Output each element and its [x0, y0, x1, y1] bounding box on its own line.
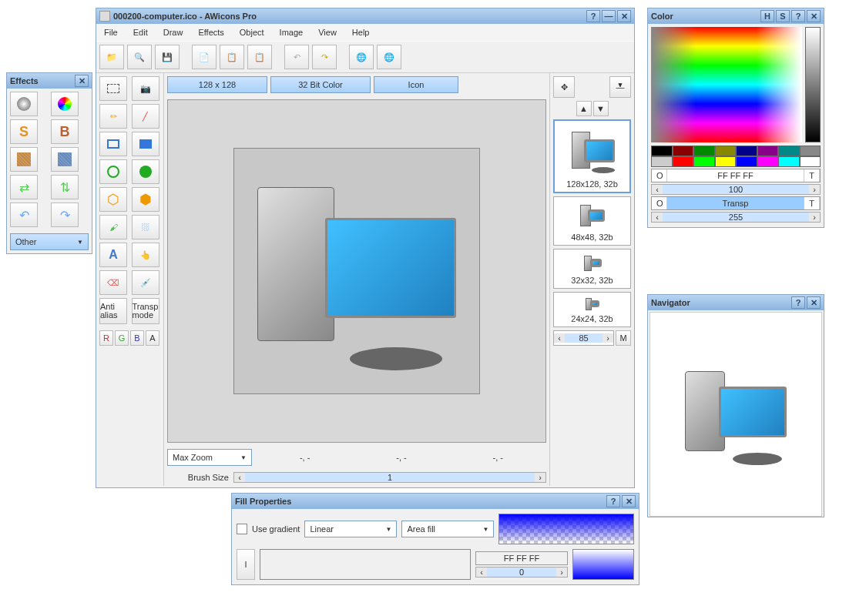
menu-view[interactable]: View	[312, 25, 343, 39]
camera-tool-icon[interactable]: 📷	[132, 76, 159, 101]
fill-mode-dropdown[interactable]: Area fill▼	[401, 521, 494, 537]
alpha-slider[interactable]: ‹255›	[651, 212, 821, 223]
fill-i-button[interactable]: I	[237, 549, 255, 580]
color-t1[interactable]: T	[804, 169, 820, 182]
color-panel: Color H S ? ✕ OFF FF FFT ‹100› OTranspT …	[647, 8, 824, 228]
effect-texture2-icon[interactable]	[51, 147, 79, 172]
channel-a[interactable]: A	[146, 330, 159, 346]
nav-close-icon[interactable]: ✕	[807, 296, 821, 309]
channel-r[interactable]: R	[99, 330, 113, 346]
hex-tool-icon[interactable]: ⬡	[99, 187, 127, 212]
pencil-tool-icon[interactable]: ✏	[99, 104, 127, 129]
menu-edit[interactable]: Edit	[127, 25, 154, 39]
effect-rotate-right-icon[interactable]: ↷	[51, 203, 79, 227]
color-value-strip[interactable]	[805, 27, 821, 142]
nav-title: Navigator	[651, 298, 690, 307]
move-icon[interactable]: ✥	[553, 76, 575, 98]
color-o2[interactable]: O	[652, 197, 667, 209]
preview-m-button[interactable]: M	[616, 330, 631, 346]
size-dropdown[interactable]: 128 x 128▼	[167, 76, 267, 93]
fill-close-icon[interactable]: ✕	[622, 495, 636, 507]
eyedropper-tool-icon[interactable]: 💉	[132, 270, 159, 295]
paste-icon[interactable]: 📋	[220, 45, 244, 69]
color-help-button[interactable]: ?	[791, 10, 805, 22]
menu-file[interactable]: File	[98, 25, 124, 39]
effect-flip-h-icon[interactable]: ⇄	[10, 175, 38, 199]
thumb-48[interactable]: 48x48, 32b	[553, 196, 631, 246]
menu-draw[interactable]: Draw	[157, 25, 190, 39]
minimize-button[interactable]: —	[602, 10, 616, 22]
color-transp-row: OTranspT	[651, 196, 821, 210]
circle-tool-icon[interactable]	[99, 159, 127, 184]
web-icon[interactable]: 🌐	[377, 45, 401, 69]
size-up-icon[interactable]: ▲	[576, 101, 592, 116]
effect-grayscale-icon[interactable]	[10, 92, 38, 116]
color-transp[interactable]: Transp	[667, 197, 804, 209]
color-o1[interactable]: O	[652, 169, 667, 182]
rect-tool-icon[interactable]	[99, 132, 127, 156]
transp-mode-toggle[interactable]: Transp mode	[132, 298, 159, 324]
menu-object[interactable]: Object	[233, 25, 270, 39]
thumb-128[interactable]: 128x128, 32b	[553, 119, 631, 193]
thumb-24[interactable]: 24x24, 32b	[553, 292, 631, 327]
opacity-slider[interactable]: ‹100›	[651, 184, 821, 195]
export-icon[interactable]: 🌐	[349, 45, 374, 69]
colordepth-dropdown[interactable]: 32 Bit Color▼	[270, 76, 371, 93]
new-paste-icon[interactable]: 📋	[247, 45, 272, 69]
search-icon[interactable]: 🔍	[127, 45, 152, 69]
color-h-button[interactable]: H	[760, 10, 774, 22]
preview-slider[interactable]: ‹85›	[553, 330, 614, 346]
rect-fill-tool-icon[interactable]	[132, 132, 159, 156]
circle-fill-tool-icon[interactable]	[132, 159, 159, 184]
effect-rainbow-icon[interactable]	[51, 92, 79, 116]
gradient-type-dropdown[interactable]: Linear▼	[304, 521, 397, 537]
fill-help-button[interactable]: ?	[606, 495, 620, 507]
zoom-dropdown[interactable]: Max Zoom▼	[167, 449, 252, 466]
line-tool-icon[interactable]: ╱	[132, 104, 159, 129]
brush-tool-icon[interactable]: 🖌	[99, 215, 127, 239]
gradient-stops[interactable]	[260, 549, 471, 580]
channel-g[interactable]: G	[115, 330, 129, 346]
eraser-tool-icon[interactable]: ⌫	[99, 270, 127, 295]
effects-close-icon[interactable]: ✕	[75, 75, 89, 87]
channel-b[interactable]: B	[130, 330, 144, 346]
anti-alias-toggle[interactable]: Anti alias	[99, 298, 127, 324]
effect-flip-v-icon[interactable]: ⇅	[51, 175, 79, 199]
help-button[interactable]: ?	[586, 10, 600, 22]
fill-val-slider[interactable]: ‹0›	[475, 567, 568, 578]
menu-effects[interactable]: Effects	[192, 25, 230, 39]
type-dropdown[interactable]: Icon▼	[374, 76, 458, 93]
use-gradient-checkbox[interactable]	[237, 524, 247, 534]
effect-sharpen-icon[interactable]: S	[10, 119, 38, 144]
brush-size-slider[interactable]: ‹1›	[233, 472, 546, 483]
color-spectrum[interactable]	[651, 27, 802, 142]
menu-image[interactable]: Image	[274, 25, 310, 39]
spray-tool-icon[interactable]: ⛆	[132, 215, 159, 239]
nav-preview[interactable]	[650, 312, 822, 517]
copy-icon[interactable]: 📄	[192, 45, 216, 69]
color-t2[interactable]: T	[804, 197, 820, 209]
redo-icon[interactable]: ↷	[312, 45, 337, 69]
effects-other-dropdown[interactable]: Other▼	[10, 233, 89, 250]
close-button[interactable]: ✕	[617, 10, 631, 22]
save-icon[interactable]: 💾	[155, 45, 180, 69]
effect-texture1-icon[interactable]	[10, 147, 38, 172]
color-hex[interactable]: FF FF FF	[667, 169, 804, 182]
open-icon[interactable]: 📁	[99, 45, 124, 69]
canvas[interactable]	[167, 99, 546, 443]
text-tool-icon[interactable]: A	[99, 243, 127, 267]
size-down-icon[interactable]: ▼	[593, 101, 609, 116]
color-close-icon[interactable]: ✕	[807, 10, 821, 22]
fill-hex[interactable]: FF FF FF	[475, 551, 568, 565]
effects-titlebar: Effects ✕	[7, 73, 92, 89]
hex-fill-tool-icon[interactable]: ⬢	[132, 187, 159, 212]
effect-blur-icon[interactable]: B	[51, 119, 79, 144]
color-s-button[interactable]: S	[776, 10, 790, 22]
smudge-tool-icon[interactable]: 👆	[132, 243, 159, 267]
select-tool-icon[interactable]	[99, 76, 127, 101]
nav-help-button[interactable]: ?	[791, 296, 805, 309]
menu-help[interactable]: Help	[346, 25, 376, 39]
undo-icon[interactable]: ↶	[284, 45, 309, 69]
effect-rotate-left-icon[interactable]: ↶	[10, 203, 38, 227]
thumb-32[interactable]: 32x32, 32b	[553, 249, 631, 289]
